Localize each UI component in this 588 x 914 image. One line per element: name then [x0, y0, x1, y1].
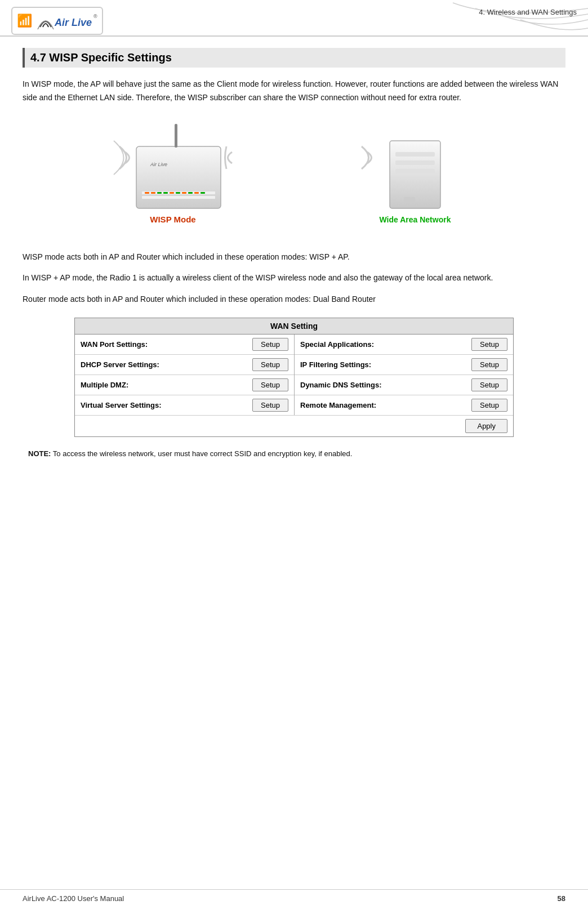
page-content: 4.7 WISP Specific Settings In WISP mode,…: [0, 37, 588, 494]
wan-row-ip-filter: IP Filtering Settings: Setup: [295, 355, 513, 375]
svg-rect-7: [145, 192, 149, 194]
svg-text:WISP Mode: WISP Mode: [150, 215, 195, 224]
ip-filtering-label: IP Filtering Settings:: [300, 360, 466, 369]
svg-rect-20: [395, 160, 435, 165]
apply-button[interactable]: Apply: [465, 419, 507, 433]
virtual-server-label: Virtual Server Settings:: [81, 401, 247, 409]
svg-rect-10: [163, 192, 168, 194]
svg-rect-22: [404, 197, 415, 203]
svg-rect-12: [176, 192, 180, 194]
wan-row-special: Special Applications: Setup: [295, 335, 513, 355]
dhcp-setup-btn[interactable]: Setup: [252, 358, 288, 371]
remote-mgmt-label: Remote Management:: [300, 401, 466, 409]
dmz-label: Multiple DMZ:: [81, 381, 247, 389]
diagram-container: Air Live WISP Mode: [23, 113, 565, 237]
wan-row-wan-port: WAN Port Settings: Setup: [75, 335, 294, 355]
page-footer: AirLive AC-1200 User's Manual 58: [0, 889, 588, 903]
svg-rect-3: [175, 124, 177, 148]
footer-page-number: 58: [558, 894, 565, 903]
wan-table-right: Special Applications: Setup IP Filtering…: [294, 335, 513, 415]
wan-port-setup-btn[interactable]: Setup: [252, 338, 288, 351]
svg-rect-2: [136, 146, 221, 208]
logo-signal-icon: 📶: [17, 14, 32, 28]
wan-apply-row: Apply: [75, 415, 513, 436]
svg-rect-21: [395, 169, 435, 173]
wan-row-remote: Remote Management: Setup: [295, 395, 513, 415]
wan-row-dmz: Multiple DMZ: Setup: [75, 375, 294, 395]
special-apps-setup-btn[interactable]: Setup: [471, 338, 507, 351]
note-text: To access the wireless network, user mus…: [51, 449, 352, 458]
footer-product: AirLive AC-1200 User's Manual: [23, 894, 124, 903]
para2: WISP mode acts both in AP and Router whi…: [23, 251, 565, 264]
svg-rect-19: [395, 152, 435, 157]
wan-row-virtual: Virtual Server Settings: Setup: [75, 395, 294, 415]
note-area: NOTE: To access the wireless network, us…: [28, 448, 565, 460]
dmz-setup-btn[interactable]: Setup: [252, 378, 288, 391]
svg-text:Air Live: Air Live: [150, 162, 167, 167]
svg-rect-14: [188, 192, 193, 194]
page-header: 📶 Air Live ® 4. Wireless and WAN Setting…: [0, 0, 588, 37]
wisp-diagram: Air Live WISP Mode: [91, 113, 497, 237]
svg-text:Wide Area Network: Wide Area Network: [380, 215, 451, 224]
logo-svg: Air Live ®: [35, 10, 97, 32]
remote-mgmt-setup-btn[interactable]: Setup: [471, 399, 507, 412]
svg-rect-6: [142, 196, 215, 199]
svg-rect-16: [201, 192, 205, 194]
wan-table-left: WAN Port Settings: Setup DHCP Server Set…: [75, 335, 294, 415]
svg-rect-13: [182, 192, 186, 194]
ip-filtering-setup-btn[interactable]: Setup: [471, 358, 507, 371]
header-waves: [408, 0, 588, 37]
special-apps-label: Special Applications:: [300, 340, 466, 349]
svg-rect-15: [194, 192, 199, 194]
para3: In WISP + AP mode, the Radio 1 is actual…: [23, 271, 565, 285]
logo-box: 📶 Air Live ®: [11, 7, 103, 35]
svg-text:Air Live: Air Live: [54, 17, 92, 28]
chapter-title: 4. Wireless and WAN Settings: [479, 8, 577, 16]
para4: Router mode acts both in AP and Router w…: [23, 293, 565, 306]
virtual-server-setup-btn[interactable]: Setup: [252, 399, 288, 412]
para1: In WISP mode, the AP will behave just th…: [23, 78, 565, 105]
svg-text:®: ®: [93, 14, 97, 19]
logo-area: 📶 Air Live ®: [11, 7, 103, 35]
wan-port-label: WAN Port Settings:: [81, 340, 247, 349]
dhcp-label: DHCP Server Settings:: [81, 360, 247, 369]
wan-table-body: WAN Port Settings: Setup DHCP Server Set…: [75, 335, 513, 415]
svg-rect-11: [170, 192, 174, 194]
svg-rect-9: [157, 192, 162, 194]
section-heading: 4.7 WISP Specific Settings: [23, 48, 565, 68]
wan-row-dns: Dynamic DNS Settings: Setup: [295, 375, 513, 395]
note-bold: NOTE:: [28, 449, 51, 458]
wan-row-dhcp: DHCP Server Settings: Setup: [75, 355, 294, 375]
wan-table: WAN Setting WAN Port Settings: Setup DHC…: [74, 318, 514, 437]
dynamic-dns-label: Dynamic DNS Settings:: [300, 381, 466, 389]
wan-table-header: WAN Setting: [75, 318, 513, 335]
svg-rect-8: [151, 192, 155, 194]
dynamic-dns-setup-btn[interactable]: Setup: [471, 378, 507, 391]
